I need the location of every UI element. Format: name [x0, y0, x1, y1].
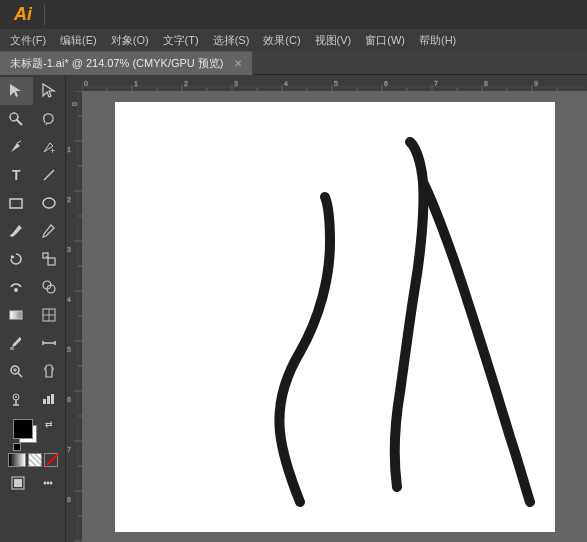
menu-object[interactable]: 对象(O) [105, 31, 155, 50]
tab-bar: 未标题-1.ai* @ 214.07% (CMYK/GPU 预览) ✕ [0, 51, 587, 75]
ellipse-tool[interactable] [33, 189, 66, 217]
tool-row-3: + [0, 133, 65, 161]
swap-colors-button[interactable]: ⇄ [45, 419, 53, 429]
menu-select[interactable]: 选择(S) [207, 31, 256, 50]
svg-line-8 [17, 141, 21, 143]
menu-file[interactable]: 文件(F) [4, 31, 52, 50]
color-swatch-area: ⇄ [0, 417, 65, 469]
main-area: + T [0, 75, 587, 542]
artboard [115, 102, 555, 532]
change-screen-mode-button[interactable] [4, 471, 32, 495]
tool-row-4: T [0, 161, 65, 189]
menu-text[interactable]: 文字(T) [157, 31, 205, 50]
tool-row-6 [0, 217, 65, 245]
svg-text:5: 5 [67, 346, 71, 353]
selection-tool[interactable] [0, 77, 33, 105]
svg-text:8: 8 [67, 496, 71, 503]
tool-row-12 [0, 385, 65, 413]
svg-rect-36 [47, 396, 50, 404]
menu-help[interactable]: 帮助(H) [413, 31, 462, 50]
shape-builder-tool[interactable] [33, 273, 66, 301]
add-anchor-tool[interactable]: + [33, 133, 66, 161]
drawing-svg [115, 102, 555, 532]
svg-text:7: 7 [434, 80, 438, 87]
rotate-tool[interactable] [0, 245, 33, 273]
lasso-tool[interactable] [33, 105, 66, 133]
svg-point-42 [49, 482, 52, 485]
svg-text:8: 8 [484, 80, 488, 87]
paintbrush-tool[interactable] [0, 217, 33, 245]
menu-window[interactable]: 窗口(W) [359, 31, 411, 50]
svg-rect-35 [43, 399, 46, 404]
tool-row-5 [0, 189, 65, 217]
tool-row-7 [0, 245, 65, 273]
svg-text:6: 6 [384, 80, 388, 87]
symbol-tool[interactable] [0, 385, 33, 413]
warp-tool[interactable] [0, 273, 33, 301]
svg-text:7: 7 [67, 446, 71, 453]
gradient-tool[interactable] [0, 301, 33, 329]
tool-row-10 [0, 329, 65, 357]
svg-point-17 [14, 288, 18, 292]
gradient-swatch[interactable] [8, 453, 26, 467]
menu-edit[interactable]: 编辑(E) [54, 31, 103, 50]
bottom-tool-row [0, 469, 65, 497]
svg-marker-13 [11, 255, 15, 259]
svg-point-33 [15, 396, 17, 398]
svg-text:+: + [50, 146, 55, 155]
title-bar: Ai [0, 0, 587, 29]
mesh-tool[interactable] [33, 301, 66, 329]
more-tools-button[interactable] [34, 471, 62, 495]
svg-point-41 [46, 482, 49, 485]
svg-text:9: 9 [534, 80, 538, 87]
svg-text:1: 1 [67, 146, 71, 153]
menu-view[interactable]: 视图(V) [309, 31, 358, 50]
direct-selection-tool[interactable] [33, 77, 66, 105]
ai-logo: Ai [8, 4, 38, 25]
svg-rect-20 [10, 311, 22, 319]
tab-close-button[interactable]: ✕ [234, 58, 242, 69]
svg-marker-0 [10, 84, 21, 97]
svg-text:2: 2 [184, 80, 188, 87]
svg-text:5: 5 [334, 80, 338, 87]
svg-rect-39 [14, 479, 22, 487]
svg-text:4: 4 [67, 296, 71, 303]
svg-text:1: 1 [134, 80, 138, 87]
rectangle-tool[interactable] [0, 189, 33, 217]
vertical-ruler: 0 1 2 3 4 5 6 7 8 9 [66, 75, 82, 542]
svg-text:3: 3 [67, 246, 71, 253]
measure-tool[interactable] [33, 329, 66, 357]
left-stroke [279, 197, 330, 502]
horizontal-ruler: 0 1 2 3 4 5 6 7 8 9 [82, 75, 587, 91]
svg-text:2: 2 [67, 196, 71, 203]
canvas-scroll-area[interactable] [82, 91, 587, 542]
none-fill-swatch[interactable] [44, 453, 58, 467]
eyedropper-tool[interactable] [0, 329, 33, 357]
svg-rect-24 [10, 347, 14, 350]
type-tool[interactable]: T [0, 161, 33, 189]
none-swatch[interactable] [28, 453, 42, 467]
pen-tool[interactable] [0, 133, 33, 161]
scale-tool[interactable] [33, 245, 66, 273]
svg-text:3: 3 [234, 80, 238, 87]
toolbar: + T [0, 75, 66, 542]
line-tool[interactable] [33, 161, 66, 189]
menu-effect[interactable]: 效果(C) [257, 31, 306, 50]
workspace: 0 1 2 3 4 5 6 7 8 9 [66, 75, 587, 542]
tab-label: 未标题-1.ai* @ 214.07% (CMYK/GPU 预览) [10, 56, 224, 71]
zoom-tool[interactable] [0, 357, 33, 385]
graph-tool[interactable] [33, 385, 66, 413]
menu-bar: 文件(F) 编辑(E) 对象(O) 文字(T) 选择(S) 效果(C) 视图(V… [0, 29, 587, 51]
magic-wand-tool[interactable] [0, 105, 33, 133]
pencil-tool[interactable] [33, 217, 66, 245]
document-tab[interactable]: 未标题-1.ai* @ 214.07% (CMYK/GPU 预览) ✕ [0, 51, 253, 75]
svg-line-10 [44, 170, 54, 180]
right-stroke [423, 182, 530, 502]
tool-row-8 [0, 273, 65, 301]
hand-tool[interactable] [33, 357, 66, 385]
ruler-corner [66, 75, 82, 91]
tool-row-1 [0, 77, 65, 105]
foreground-color-swatch[interactable] [13, 419, 33, 439]
reset-colors-button[interactable] [13, 443, 21, 451]
tool-row-2 [0, 105, 65, 133]
